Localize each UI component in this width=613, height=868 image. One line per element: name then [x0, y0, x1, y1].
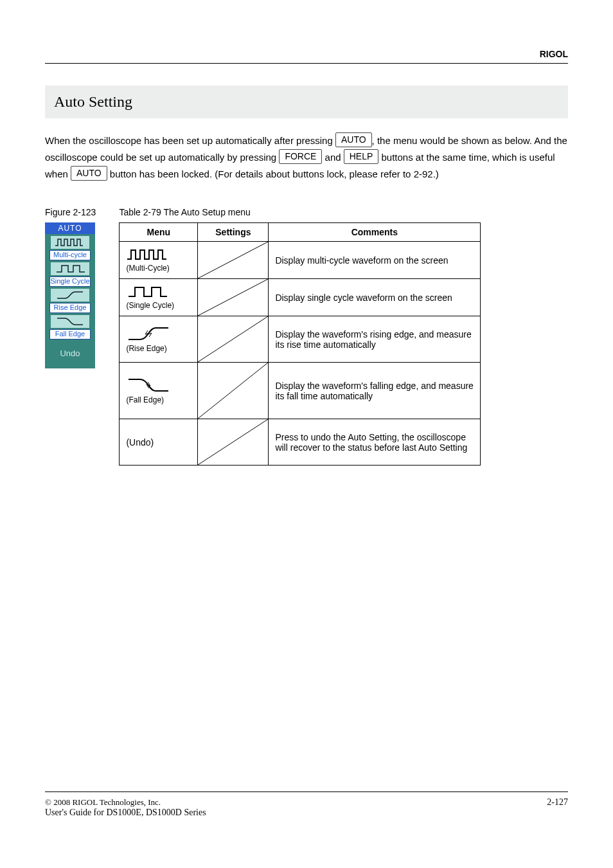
page-ref-link[interactable]: 2-92 — [414, 168, 433, 179]
help-key: HELP — [344, 149, 379, 164]
table-row: (Undo) Press to undo the Auto Setting, t… — [120, 419, 481, 466]
fall-edge-icon — [51, 315, 89, 328]
table-row: (Multi-Cycle) Display multi-cycle wavefo… — [120, 242, 481, 279]
intro-text-1: When the oscilloscope has been set up au… — [45, 135, 333, 146]
scope-auto-menu: AUTO Multi-cycle Single Cycle — [45, 222, 95, 368]
scope-menu-title: AUTO — [45, 222, 95, 234]
intro-paragraph: When the oscilloscope has been set up au… — [45, 132, 568, 183]
scope-item-multi-cycle: Multi-cycle — [45, 236, 95, 260]
table-row: (Single Cycle) Display single cycle wave… — [120, 279, 481, 316]
svg-line-2 — [198, 316, 268, 362]
scope-item-rise-edge: Rise Edge — [45, 289, 95, 313]
footer-copyright: © 2008 RIGOL Technologies, Inc. — [45, 797, 206, 808]
brand-header: RIGOL — [45, 49, 568, 64]
page-footer: © 2008 RIGOL Technologies, Inc. User's G… — [45, 791, 568, 818]
svg-line-0 — [198, 242, 268, 278]
row-menu-label: (Rise Edge) — [126, 344, 191, 353]
footer-guide: User's Guide for DS1000E, DS1000D Series — [45, 808, 206, 818]
scope-label-single: Single Cycle — [49, 276, 91, 287]
figure-caption-row: Figure 2-123 AUTO Multi-cycle — [45, 207, 568, 466]
row-comment: Display multi-cycle waveform on the scre… — [269, 242, 481, 279]
svg-line-1 — [198, 279, 268, 316]
row-menu-label: (Single Cycle) — [126, 301, 191, 310]
auto-key-2: AUTO — [71, 166, 107, 181]
row-comment: Press to undo the Auto Setting, the osci… — [269, 419, 481, 466]
scope-item-fall-edge: Fall Edge — [45, 315, 95, 339]
multi-cycle-waveform-icon — [126, 248, 171, 264]
section-title: Auto Setting — [45, 86, 568, 118]
row-menu-label: (Multi-Cycle) — [126, 264, 191, 273]
footer-page-number: 2-127 — [547, 797, 568, 818]
row-comment: Display the waveform's rising edge, and … — [269, 316, 481, 363]
scope-item-single-cycle: Single Cycle — [45, 262, 95, 287]
single-cycle-icon — [51, 262, 89, 275]
th-comments: Comments — [269, 223, 481, 242]
th-menu: Menu — [120, 223, 198, 242]
svg-line-3 — [198, 363, 268, 419]
force-key: FORCE — [279, 149, 322, 164]
table-header-row: Menu Settings Comments — [120, 223, 481, 242]
auto-setup-table: Menu Settings Comments (Multi-Cycle) Dis… — [119, 222, 481, 466]
row-comment: Display the waveform's falling edge, and… — [269, 363, 481, 419]
scope-label-rise: Rise Edge — [49, 303, 91, 313]
intro-text-3: and — [325, 152, 341, 163]
multi-cycle-icon — [51, 236, 89, 249]
row-menu-label: (Fall Edge) — [126, 395, 191, 404]
single-cycle-waveform-icon — [126, 285, 171, 301]
intro-text-5: button has been locked. (For details abo… — [110, 168, 411, 179]
auto-key: AUTO — [335, 132, 372, 147]
row-menu-undo: (Undo) — [120, 419, 198, 466]
brand-name: RIGOL — [540, 49, 568, 59]
rise-edge-waveform-icon — [126, 325, 171, 344]
scope-label-fall: Fall Edge — [49, 329, 91, 339]
svg-line-4 — [198, 419, 268, 465]
fall-edge-waveform-icon — [126, 377, 171, 395]
th-settings: Settings — [198, 223, 269, 242]
rise-edge-icon — [51, 289, 89, 302]
scope-undo: Undo — [60, 348, 80, 358]
figure-label: Figure 2-123 — [45, 207, 96, 217]
table-row: (Rise Edge) Display the waveform's risin… — [120, 316, 481, 363]
intro-text-6: .) — [433, 168, 439, 179]
row-comment: Display single cycle waveform on the scr… — [269, 279, 481, 316]
table-label: Table 2-79 The Auto Setup menu — [119, 207, 250, 217]
scope-label-multi: Multi-cycle — [49, 250, 91, 260]
table-row: (Fall Edge) Display the waveform's falli… — [120, 363, 481, 419]
